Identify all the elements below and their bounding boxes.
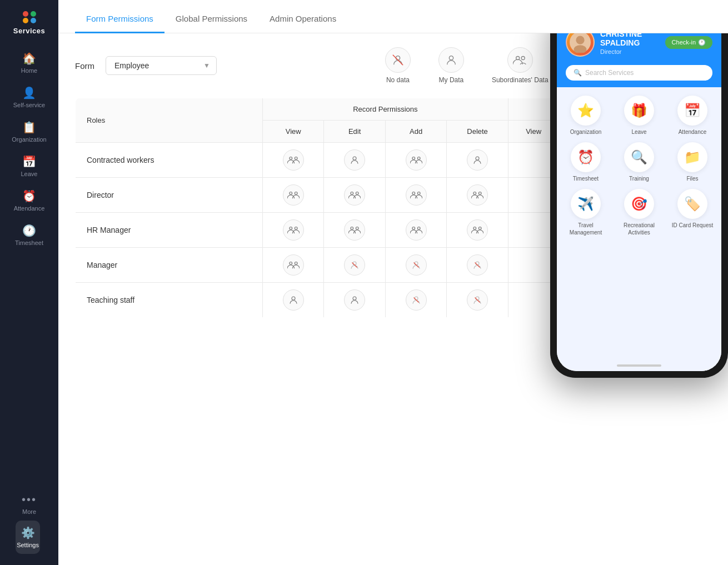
svg-point-17 xyxy=(290,192,292,195)
sidebar-item-leave[interactable]: 📅 Leave xyxy=(3,149,56,183)
svg-point-27 xyxy=(351,227,353,230)
sidebar-item-self-service[interactable]: 👤 Self-service xyxy=(3,81,56,114)
clock-icon: 🕐 xyxy=(698,39,706,46)
phone-service-label: Timesheet xyxy=(573,175,599,182)
sidebar-brand: Services xyxy=(13,27,46,35)
phone-service-item[interactable]: 🔍 Training xyxy=(616,142,662,182)
svg-point-2 xyxy=(449,56,453,60)
delete-perm[interactable] xyxy=(447,248,508,283)
sidebar-logo: Services xyxy=(13,6,46,38)
tabs-bar: Form Permissions Global Permissions Admi… xyxy=(58,0,728,33)
tab-admin-operations[interactable]: Admin Operations xyxy=(258,6,347,33)
tab-form-permissions[interactable]: Form Permissions xyxy=(75,6,164,33)
phone-service-label: Recreational Activities xyxy=(616,222,662,236)
phone-grid: ⭐ Organization 🎁 Leave 📅 Attendance ⏰ Ti… xyxy=(562,96,716,236)
permissions-content: Form Employee ▼ No data xyxy=(58,33,728,565)
phone-service-item[interactable]: 🏷️ ID Card Request xyxy=(669,189,716,236)
view-perm[interactable] xyxy=(262,283,323,318)
phone-body: ⭐ Organization 🎁 Leave 📅 Attendance ⏰ Ti… xyxy=(557,87,721,360)
delete-col-header: Delete xyxy=(447,121,508,143)
view-perm[interactable] xyxy=(262,178,323,213)
view-perm[interactable] xyxy=(262,213,323,248)
phone-service-icon: 🔍 xyxy=(624,142,654,172)
add-perm[interactable] xyxy=(385,143,446,178)
organization-icon: 📋 xyxy=(22,121,36,134)
settings-icon: ⚙️ xyxy=(21,526,35,539)
phone-service-item[interactable]: ✈️ Travel Management xyxy=(562,189,609,236)
svg-point-18 xyxy=(295,192,297,195)
phone-service-item[interactable]: 📅 Attendance xyxy=(669,96,716,136)
phone-search-box[interactable]: 🔍 Search Services xyxy=(566,65,712,81)
self-service-icon: 👤 xyxy=(22,86,36,99)
svg-point-37 xyxy=(415,262,418,265)
form-select[interactable]: Employee xyxy=(106,56,217,75)
svg-point-20 xyxy=(356,192,358,195)
sidebar: Services 🏠 Home 👤 Self-service 📋 Organiz… xyxy=(0,0,58,565)
add-perm[interactable] xyxy=(385,213,446,248)
phone-service-item[interactable]: ⏰ Timesheet xyxy=(562,142,609,182)
home-icon: 🏠 xyxy=(22,52,36,65)
checkin-button[interactable]: Check-in 🕐 xyxy=(665,36,712,49)
edit-perm[interactable] xyxy=(324,248,385,283)
phone-service-item[interactable]: 🎯 Recreational Activities xyxy=(616,189,662,236)
add-perm[interactable] xyxy=(385,248,446,283)
delete-perm[interactable] xyxy=(447,283,508,318)
phone-service-item[interactable]: ⭐ Organization xyxy=(562,96,609,136)
svg-point-33 xyxy=(290,262,292,265)
sidebar-item-home[interactable]: 🏠 Home xyxy=(3,46,56,79)
edit-perm[interactable] xyxy=(324,283,385,318)
edit-perm[interactable] xyxy=(324,143,385,178)
svg-point-31 xyxy=(473,227,476,230)
search-placeholder: Search Services xyxy=(585,69,634,77)
data-type-no-data[interactable]: No data xyxy=(371,47,425,84)
phone-home-indicator xyxy=(557,360,721,371)
view-perm[interactable] xyxy=(262,143,323,178)
record-permissions-header: Record Permissions xyxy=(262,98,508,121)
sidebar-settings: ⚙️ Settings xyxy=(16,521,43,554)
add-col-header: Add xyxy=(385,121,446,143)
main-content: Form Permissions Global Permissions Admi… xyxy=(58,0,728,565)
svg-point-21 xyxy=(412,192,415,195)
phone-service-item[interactable]: 📁 Files xyxy=(669,142,716,182)
timesheet-icon: 🕐 xyxy=(22,224,36,237)
edit-col-header: Edit xyxy=(324,121,385,143)
svg-point-34 xyxy=(295,262,297,265)
edit-perm[interactable] xyxy=(324,178,385,213)
form-label: Form xyxy=(75,61,94,71)
phone-service-icon: 🎯 xyxy=(624,189,654,219)
sidebar-item-timesheet[interactable]: 🕐 Timesheet xyxy=(3,218,56,252)
add-perm[interactable] xyxy=(385,283,446,318)
phone-service-label: Attendance xyxy=(679,128,707,136)
data-type-my-data[interactable]: My Data xyxy=(425,47,478,84)
more-icon: ••• xyxy=(22,493,37,506)
phone-service-icon: 📁 xyxy=(677,142,707,172)
my-data-label: My Data xyxy=(439,76,464,84)
sidebar-item-organization[interactable]: 📋 Organization xyxy=(3,115,56,148)
delete-perm[interactable] xyxy=(447,143,508,178)
delete-perm[interactable] xyxy=(447,178,508,213)
avatar xyxy=(566,33,595,57)
view-perm[interactable] xyxy=(262,248,323,283)
edit-perm[interactable] xyxy=(324,213,385,248)
logo-dots xyxy=(23,11,36,23)
search-icon: 🔍 xyxy=(574,69,582,77)
delete-perm[interactable] xyxy=(447,213,508,248)
phone-service-label: Organization xyxy=(570,128,602,136)
phone-service-item[interactable]: 🎁 Leave xyxy=(616,96,662,136)
svg-point-22 xyxy=(417,192,420,195)
dot-red xyxy=(23,11,28,17)
tab-global-permissions[interactable]: Global Permissions xyxy=(164,6,258,33)
svg-point-43 xyxy=(415,297,418,300)
checkin-label: Check-in xyxy=(672,39,696,46)
phone-service-icon: ⏰ xyxy=(571,142,601,172)
roles-column-header: Roles xyxy=(76,98,263,143)
add-perm[interactable] xyxy=(385,178,446,213)
sidebar-item-attendance[interactable]: ⏰ Attendance xyxy=(3,184,56,217)
phone-service-label: Files xyxy=(686,175,698,182)
subordinates-data-icon xyxy=(507,47,533,73)
sidebar-item-more[interactable]: ••• More xyxy=(3,488,56,521)
svg-point-28 xyxy=(356,227,358,230)
sidebar-item-settings[interactable]: ⚙️ Settings xyxy=(16,521,41,554)
phone-user-info: CHRISTINE SPALDING Director xyxy=(600,33,665,55)
sidebar-nav: 🏠 Home 👤 Self-service 📋 Organization 📅 L… xyxy=(0,41,58,521)
